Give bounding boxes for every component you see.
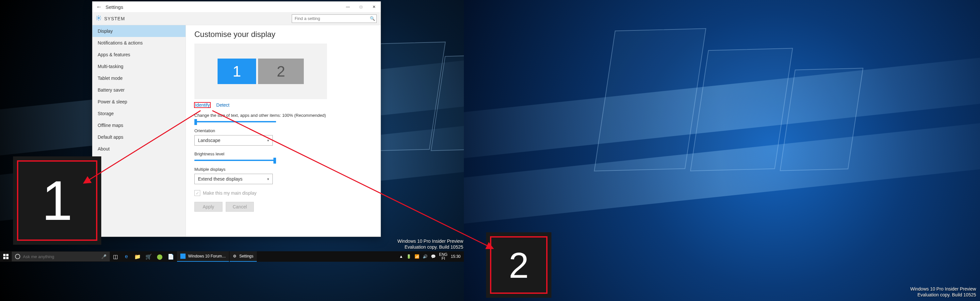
cortana-search[interactable]: 🎤: [12, 251, 110, 261]
svg-point-0: [98, 17, 100, 19]
svg-rect-6: [6, 257, 8, 259]
tray-network-icon[interactable]: 📶: [415, 254, 420, 259]
sidebar-item-power-sleep[interactable]: Power & sleep: [92, 96, 186, 108]
close-button[interactable]: ✕: [368, 2, 380, 12]
watermark-line1: Windows 10 Pro Insider Preview: [397, 238, 463, 244]
svg-rect-5: [3, 257, 6, 259]
sidebar-item-apps-features[interactable]: Apps & features: [92, 49, 186, 61]
make-main-display-checkbox: ✓ Make this my main display: [194, 190, 372, 196]
brightness-slider[interactable]: [194, 160, 276, 161]
back-button[interactable]: ←: [92, 3, 105, 10]
pinned-store-icon[interactable]: 🛒: [143, 251, 154, 262]
system-tray[interactable]: ▲ 🔋 📶 🔊 💬 ENG FI 15:30: [396, 253, 464, 261]
display-arrangement[interactable]: 1 2: [194, 43, 327, 99]
task-view-button[interactable]: ◫: [110, 251, 121, 262]
settings-window: ← Settings — □ ✕ SYSTEM 🔍 Display Notifi…: [92, 1, 381, 237]
scale-label: Change the size of text, apps and other …: [194, 113, 372, 118]
svg-rect-3: [3, 254, 6, 256]
maximize-button[interactable]: □: [355, 2, 368, 12]
settings-content: Customise your display 1 2 Identify Dete…: [186, 25, 380, 237]
section-label: SYSTEM: [104, 16, 292, 21]
tray-battery-icon[interactable]: 🔋: [406, 254, 411, 259]
pinned-app-icon[interactable]: ⬤: [154, 251, 165, 262]
monitor-2-tile[interactable]: 2: [258, 59, 304, 84]
monitor-1-tile[interactable]: 1: [218, 59, 256, 84]
content-heading: Customise your display: [194, 30, 372, 39]
tray-chevron-up-icon[interactable]: ▲: [399, 254, 403, 259]
tray-action-center-icon[interactable]: 💬: [431, 254, 436, 259]
brightness-label: Brightness level: [194, 152, 372, 156]
orientation-label: Orientation: [194, 128, 372, 133]
watermark-line1: Windows 10 Pro Insider Preview: [910, 286, 976, 292]
watermark-monitor-1: Windows 10 Pro Insider Preview Evaluatio…: [397, 238, 463, 250]
multiple-displays-value: Extend these displays: [198, 176, 242, 182]
sidebar-item-default-apps[interactable]: Default apps: [92, 131, 186, 143]
gear-icon: [96, 15, 102, 22]
cortana-icon: [15, 254, 20, 259]
make-main-display-label: Make this my main display: [203, 191, 256, 196]
watermark-line2: Evaluation copy. Build 10525: [397, 244, 463, 250]
orientation-select[interactable]: Landscape ▾: [194, 135, 273, 146]
cortana-input[interactable]: [23, 254, 99, 259]
chevron-down-icon: ▾: [267, 138, 269, 142]
sidebar-item-multitasking[interactable]: Multi-tasking: [92, 61, 186, 72]
tray-clock[interactable]: 15:30: [451, 254, 461, 259]
sidebar-item-tablet-mode[interactable]: Tablet mode: [92, 72, 186, 84]
settings-search-input[interactable]: [292, 16, 369, 21]
minimize-button[interactable]: —: [341, 2, 355, 12]
app-icon: [180, 253, 186, 259]
window-title: Settings: [105, 4, 123, 10]
apply-button[interactable]: Apply: [194, 202, 223, 212]
tray-volume-icon[interactable]: 🔊: [423, 254, 428, 259]
identify-link[interactable]: Identify: [194, 102, 210, 108]
search-icon: 🔍: [369, 16, 376, 21]
gear-icon: ⚙: [233, 254, 237, 258]
sidebar-item-battery-saver[interactable]: Battery saver: [92, 84, 186, 96]
taskbar-button-settings[interactable]: ⚙ Settings: [230, 251, 256, 262]
titlebar[interactable]: ← Settings — □ ✕: [92, 2, 380, 12]
taskbar-button-label: Settings: [239, 254, 253, 258]
multiple-displays-select[interactable]: Extend these displays ▾: [194, 174, 273, 184]
taskbar-button-forum[interactable]: Windows 10 Forum…: [177, 251, 229, 262]
sidebar-item-offline-maps[interactable]: Offline maps: [92, 119, 186, 131]
svg-rect-4: [6, 254, 8, 256]
sidebar-item-storage[interactable]: Storage: [92, 108, 186, 119]
pinned-ie-icon[interactable]: e: [121, 251, 132, 262]
tray-language-bottom: FI: [439, 256, 447, 261]
taskbar-button-label: Windows 10 Forum…: [188, 254, 226, 258]
scale-slider[interactable]: [194, 121, 276, 122]
taskbar[interactable]: 🎤 ◫ e 📁 🛒 ⬤ 📄 Windows 10 Forum… ⚙ Settin…: [0, 251, 464, 262]
watermark-monitor-2: Windows 10 Pro Insider Preview Evaluatio…: [910, 286, 976, 298]
orientation-value: Landscape: [198, 138, 221, 143]
detect-link[interactable]: Detect: [216, 102, 229, 108]
sidebar-item-about[interactable]: About: [92, 143, 186, 155]
pinned-explorer-icon[interactable]: 📁: [132, 251, 143, 262]
sidebar-item-display[interactable]: Display: [92, 25, 186, 37]
start-button[interactable]: [0, 251, 12, 262]
section-header: SYSTEM 🔍: [92, 12, 380, 25]
checkbox-icon: ✓: [194, 190, 200, 196]
sidebar-item-notifications[interactable]: Notifications & actions: [92, 37, 186, 49]
cancel-button[interactable]: Cancel: [226, 202, 254, 212]
tray-language[interactable]: ENG FI: [439, 253, 447, 261]
multiple-displays-label: Multiple displays: [194, 167, 372, 172]
settings-sidebar: Display Notifications & actions Apps & f…: [92, 25, 186, 237]
identify-overlay-1: 1: [13, 156, 101, 245]
identify-overlay-2: 2: [486, 232, 551, 298]
settings-search[interactable]: 🔍: [292, 14, 377, 23]
pinned-app2-icon[interactable]: 📄: [165, 251, 177, 262]
chevron-down-icon: ▾: [267, 177, 269, 181]
microphone-icon[interactable]: 🎤: [101, 254, 107, 259]
watermark-line2: Evaluation copy. Build 10525: [910, 292, 976, 298]
